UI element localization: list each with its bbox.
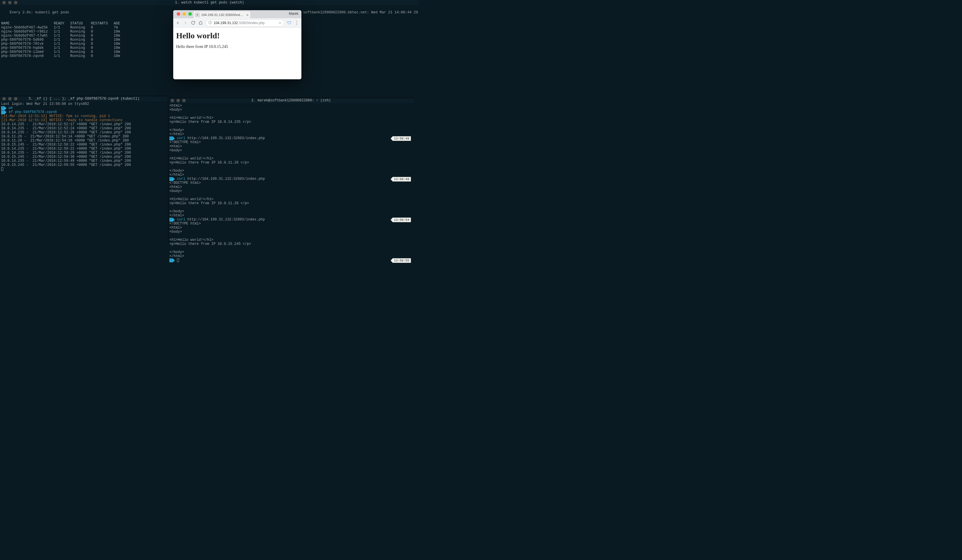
cell-name: nginx-5b8d6df467-4w25k [1, 26, 54, 30]
window-controls [168, 98, 188, 103]
menu-button[interactable]: ⋮ [294, 20, 299, 26]
table-row: php-588f667578-llbm41/1Running010m [1, 50, 126, 54]
cell-name: nginx-5b8d6df467-r98lz [1, 30, 54, 34]
output-line: </body> [169, 128, 184, 132]
output-line: </html> [169, 214, 184, 217]
terminal-body[interactable]: <html><body> <h1>Hello world!</h1><p>Hel… [168, 103, 414, 263]
close-icon[interactable] [2, 97, 6, 100]
zoom-icon[interactable] [182, 99, 186, 102]
cell-name: php-588f667578-78tvk [1, 42, 54, 46]
cell-ready: 1/1 [54, 34, 70, 38]
profile-label[interactable]: Marek [289, 11, 299, 16]
log-line: 10.0.14.235 - 21/Mar/2018:12:59:21 +0000… [1, 147, 131, 151]
cell-status: Running [70, 42, 91, 46]
cell-status: Running [70, 34, 91, 38]
login-line: Last login: Wed Mar 21 13:58:08 on ttys0… [1, 102, 89, 106]
output-line: <p>Hello there from IP 10.0.11.26 </p> [169, 161, 249, 165]
output-line: </body> [169, 250, 184, 254]
cell-status: Running [70, 38, 91, 42]
home-button[interactable] [198, 21, 203, 25]
output-line: </html> [169, 173, 184, 177]
browser-tab-bar: 🗎 104.199.31.132:32603/index.p × Marek [173, 10, 301, 18]
shell-command: curl [177, 217, 186, 222]
output-line: <h1>Hello world!</h1> [169, 116, 213, 120]
output-line: </body> [169, 169, 184, 173]
page-paragraph: Hello there from IP 10.0.15.245 [176, 44, 299, 49]
cell-age: 7m [114, 26, 126, 30]
tab-close-icon[interactable]: × [246, 13, 249, 17]
browser-tab[interactable]: 🗎 104.199.31.132:32603/index.p × [194, 11, 250, 18]
back-button[interactable] [176, 21, 180, 25]
minimize-icon[interactable] [182, 12, 186, 16]
prompt-chip: ~ [169, 177, 175, 181]
shell-arg: http://104.199.31.132:32603/index.php [187, 177, 265, 181]
output-line: <html> [169, 185, 182, 189]
output-line: <html> [169, 144, 182, 148]
browser-toolbar: ⓘ 104.199.31.132:32603/index.php ☆ 🛡 ⋮ [173, 18, 301, 27]
terminal-title-bar: 3. _kf () { ... }; _kf php-588f667578-zq… [0, 96, 168, 101]
forward-button[interactable] [183, 21, 188, 25]
output-line: <h1>Hello world!</h1> [169, 238, 213, 242]
output-line: </body> [169, 209, 184, 214]
cell-name: php-588f667578-hqddk [1, 46, 54, 50]
output-line: <body> [169, 189, 182, 193]
output-line: <body> [169, 148, 182, 153]
window-controls [174, 11, 194, 16]
log-line: 10.0.11.26 - 21/Mar/2018:12:54:16 +0000 … [1, 138, 129, 143]
cell-restarts: 0 [91, 26, 114, 30]
log-line: 10.0.15.245 - 21/Mar/2018:12:59:55 +0000… [1, 163, 131, 167]
output-line: <h1>Hello world!</h1> [169, 156, 213, 161]
close-icon[interactable] [2, 1, 6, 4]
terminal-pane-kubectl-logs: 3. _kf () { ... }; _kf php-588f667578-zq… [0, 96, 168, 244]
zoom-icon[interactable] [188, 12, 192, 16]
cell-ready: 1/1 [54, 26, 70, 30]
cell-age: 10m [114, 30, 126, 34]
address-bar[interactable]: ⓘ 104.199.31.132:32603/index.php ☆ [206, 19, 284, 26]
cell-restarts: 0 [91, 38, 114, 42]
shell-command: curl [177, 136, 186, 140]
table-row: php-588f667578-78tvk1/1Running010m [1, 42, 126, 46]
prompt-chip: ~ [169, 259, 175, 262]
shield-icon[interactable]: 🛡 [287, 20, 292, 25]
terminal-body[interactable]: Last login: Wed Mar 21 13:58:08 on ttys0… [0, 101, 168, 172]
minimize-icon[interactable] [176, 99, 180, 102]
cell-ready: 1/1 [54, 38, 70, 42]
output-line: <body> [169, 108, 182, 112]
col-status: STATUS [70, 21, 91, 26]
terminal-title: 3. _kf () { ... }; _kf php-588f667578-zq… [29, 97, 139, 101]
table-row: nginx-5b8d6df467-r98lz1/1Running010m [1, 30, 126, 34]
cell-name: nginx-5b8d6df467-t7w6t [1, 34, 54, 38]
prompt-chip: ~ [169, 218, 175, 222]
close-icon[interactable] [177, 12, 180, 16]
reload-button[interactable] [190, 21, 195, 25]
output-line: <p>Hello there from IP 10.0.14.235 </p> [169, 120, 251, 124]
col-restarts: RESTARTS [91, 21, 114, 26]
minimize-icon[interactable] [8, 1, 11, 4]
site-info-icon[interactable]: ⓘ [208, 20, 212, 25]
output-line: <html> [169, 104, 182, 108]
log-line: 10.0.14.235 - 21/Mar/2018:12:52:17 +0000… [1, 122, 131, 126]
minimize-icon[interactable] [8, 97, 11, 100]
cell-status: Running [70, 50, 91, 54]
zoom-icon[interactable] [14, 1, 18, 4]
zoom-icon[interactable] [14, 97, 18, 100]
shell-command: wk [9, 106, 13, 110]
cell-restarts: 0 [91, 42, 114, 46]
output-line: <body> [169, 230, 182, 234]
close-icon[interactable] [171, 99, 174, 102]
cell-ready: 1/1 [54, 30, 70, 34]
terminal-title: 2. marek@softbank126000022080: ~ (zsh) [252, 98, 331, 103]
tab-title: 104.199.31.132:32603/index.p [201, 13, 244, 16]
prompt-chip: ~ [1, 110, 7, 114]
terminal-title-bar: 2. marek@softbank126000022080: ~ (zsh) [168, 98, 414, 103]
prompt-chip: ~ [1, 106, 7, 110]
bookmark-star-icon[interactable]: ☆ [278, 21, 282, 25]
table-header-row: NAME READY STATUS RESTARTS AGE [1, 21, 126, 26]
shell-arg: http://104.199.31.132:32603/index.php [187, 136, 265, 140]
cell-age: 10m [114, 38, 126, 42]
cell-restarts: 0 [91, 50, 114, 54]
log-line: 10.0.11.26 - 21/Mar/2018:12:54:14 +0000 … [1, 135, 129, 138]
cell-name: php-588f667578-llbm4 [1, 50, 54, 54]
window-controls [0, 0, 20, 5]
cell-restarts: 0 [91, 30, 114, 34]
